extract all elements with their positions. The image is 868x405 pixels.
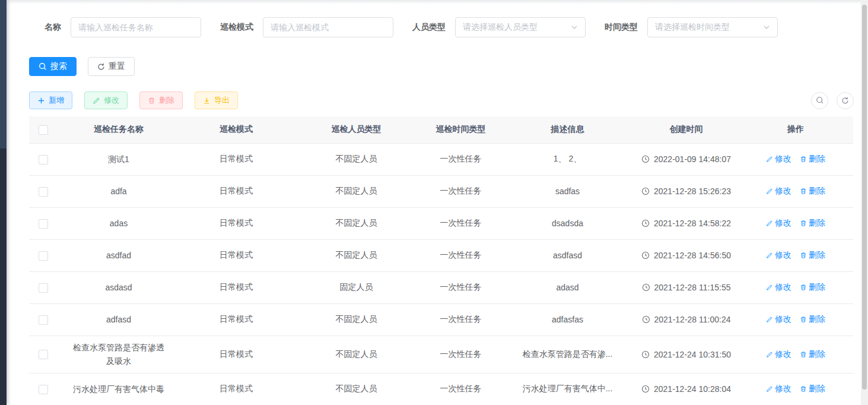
row-delete-link[interactable]: 删除	[800, 250, 825, 261]
table-row: adas 日常模式 不固定人员 一次性任务 dsadsda 2021-12-28…	[29, 207, 853, 239]
cell-created: 2021-12-28 11:15:55	[634, 271, 738, 303]
cell-created: 2021-12-28 14:56:50	[634, 239, 738, 271]
filter-person-type: 人员类型 请选择巡检人员类型	[412, 17, 586, 37]
cell-desc: adfasfas	[501, 303, 634, 336]
reset-button[interactable]: 重置	[88, 57, 135, 76]
cell-time-type: 一次性任务	[421, 373, 501, 405]
collapsed-sidebar	[0, 0, 7, 405]
row-checkbox[interactable]	[39, 385, 48, 394]
refresh-table-button[interactable]	[837, 92, 854, 109]
delete-button[interactable]: 删除	[139, 91, 183, 109]
cell-ops: 修改 删除	[738, 303, 853, 336]
search-icon	[39, 62, 47, 71]
cell-mode: 日常模式	[180, 175, 292, 207]
sidebar-scroll-thumb[interactable]	[0, 0, 7, 148]
row-edit-link[interactable]: 修改	[766, 186, 791, 197]
row-edit-link[interactable]: 修改	[766, 384, 791, 394]
row-checkbox[interactable]	[39, 315, 48, 325]
cell-mode: 日常模式	[180, 303, 292, 336]
filter-mode-label: 巡检模式	[220, 22, 253, 33]
time-type-select[interactable]: 请选择巡检时间类型	[647, 17, 778, 37]
main-content: 名称 巡检模式 人员类型 请选择巡检人员类型 时间类型 请选择巡检时间类型	[7, 17, 868, 405]
person-type-select[interactable]: 请选择巡检人员类型	[455, 17, 586, 37]
toggle-search-button[interactable]	[811, 92, 828, 109]
cell-task-name: adfasd	[57, 303, 180, 336]
cell-desc: asdfasd	[501, 239, 634, 271]
cell-created: 2021-12-28 11:00:24	[634, 303, 738, 336]
cell-person-type: 不固定人员	[292, 239, 421, 271]
trash-icon	[800, 220, 807, 227]
clock-icon	[641, 350, 650, 359]
row-checkbox[interactable]	[39, 219, 48, 229]
download-icon	[203, 97, 211, 105]
select-all-checkbox[interactable]	[39, 125, 48, 135]
filter-time-type-label: 时间类型	[605, 22, 638, 33]
add-button[interactable]: 新增	[29, 91, 72, 109]
cell-created: 2021-12-24 10:28:04	[634, 373, 738, 405]
inspect-mode-input[interactable]	[263, 17, 393, 37]
task-name-input[interactable]	[71, 17, 201, 37]
cell-mode: 日常模式	[180, 336, 292, 373]
edit-button[interactable]: 修改	[84, 91, 128, 109]
cell-desc: 检查水泵管路是否有渗...	[501, 336, 634, 373]
cell-desc: adasd	[501, 271, 634, 303]
cell-created: 2021-12-24 10:31:50	[634, 336, 738, 373]
cell-desc: 1、 2、	[501, 143, 634, 175]
toolbar-right	[811, 92, 854, 109]
search-button[interactable]: 搜索	[29, 57, 77, 76]
cell-mode: 日常模式	[180, 207, 292, 239]
row-edit-link[interactable]: 修改	[766, 349, 791, 360]
cell-task-name: adas	[57, 207, 180, 239]
row-delete-link[interactable]: 删除	[800, 282, 825, 293]
row-delete-link[interactable]: 删除	[800, 154, 825, 164]
clock-icon	[641, 187, 650, 195]
row-delete-link[interactable]: 删除	[800, 186, 825, 197]
row-checkbox[interactable]	[39, 187, 48, 197]
pencil-icon	[766, 156, 773, 163]
scrollbar-thumb[interactable]	[862, 5, 867, 390]
row-edit-link[interactable]: 修改	[766, 218, 791, 229]
row-checkbox[interactable]	[39, 251, 48, 261]
header-ops: 操作	[738, 116, 853, 143]
clock-icon	[642, 283, 650, 292]
table-row: asdfad 日常模式 不固定人员 一次性任务 asdfasd 2021-12-…	[29, 239, 853, 271]
trash-icon	[800, 351, 807, 358]
cell-ops: 修改 删除	[738, 175, 853, 207]
pencil-icon	[766, 316, 773, 323]
row-delete-link[interactable]: 删除	[800, 349, 825, 360]
row-delete-link[interactable]: 删除	[800, 218, 825, 229]
header-created: 创建时间	[634, 116, 738, 143]
trash-icon	[800, 284, 807, 291]
header-desc: 描述信息	[501, 116, 634, 143]
refresh-icon	[97, 63, 105, 71]
filter-time-type: 时间类型 请选择巡检时间类型	[605, 17, 778, 37]
export-button[interactable]: 导出	[195, 91, 238, 109]
row-delete-link[interactable]: 删除	[800, 314, 825, 325]
cell-created: 2022-01-09 14:48:07	[634, 143, 738, 175]
cell-desc: 污水处理厂有害气体中...	[501, 373, 634, 405]
cell-task-name: adfa	[57, 175, 180, 207]
row-checkbox[interactable]	[39, 155, 48, 164]
search-icon	[816, 96, 824, 105]
search-actions: 搜索 重置	[29, 57, 854, 76]
header-person-type: 巡检人员类型	[292, 116, 421, 143]
pencil-icon	[93, 97, 100, 105]
row-edit-link[interactable]: 修改	[766, 282, 791, 293]
table-row: 污水处理厂有害气体中毒 日常模式 不固定人员 一次性任务 污水处理厂有害气体中.…	[29, 373, 853, 405]
row-delete-link[interactable]: 删除	[800, 384, 825, 394]
cell-task-name: 检查水泵管路是否有渗透及吸水	[57, 336, 180, 373]
row-checkbox[interactable]	[39, 283, 48, 293]
row-edit-link[interactable]: 修改	[766, 250, 791, 261]
pencil-icon	[766, 220, 773, 227]
row-checkbox[interactable]	[39, 350, 48, 359]
pencil-icon	[766, 188, 773, 195]
row-edit-link[interactable]: 修改	[766, 154, 791, 164]
table-row: 测试1 日常模式 不固定人员 一次性任务 1、 2、 2022-01-09 14…	[29, 143, 853, 175]
page-scrollbar[interactable]	[861, 0, 868, 405]
table-row: adfa 日常模式 不固定人员 一次性任务 sadfas 2021-12-28 …	[29, 175, 853, 207]
clock-icon	[641, 219, 650, 227]
cell-time-type: 一次性任务	[421, 303, 501, 336]
cell-mode: 日常模式	[180, 271, 292, 303]
filter-form: 名称 巡检模式 人员类型 请选择巡检人员类型 时间类型 请选择巡检时间类型	[29, 17, 854, 37]
row-edit-link[interactable]: 修改	[766, 314, 791, 325]
